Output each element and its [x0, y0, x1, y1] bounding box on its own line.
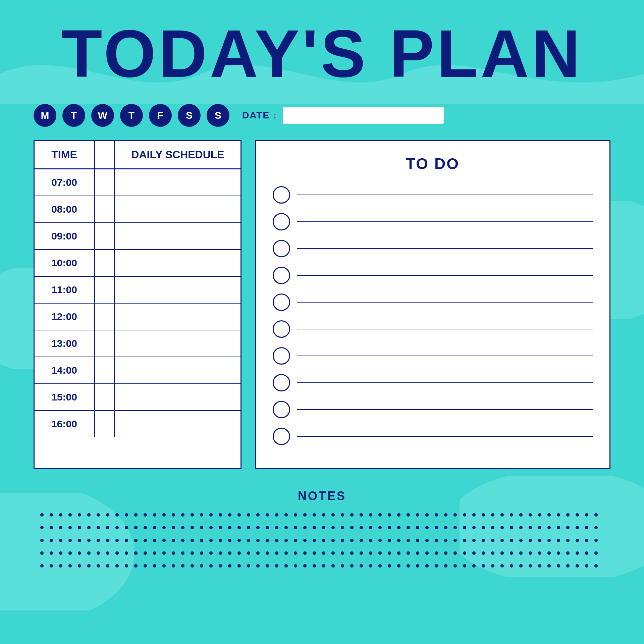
notes-dot	[78, 513, 81, 517]
schedule-row: 11:00	[35, 277, 240, 304]
notes-dot	[378, 513, 382, 517]
notes-dot	[547, 551, 551, 555]
day-thursday[interactable]: T	[120, 104, 143, 127]
todo-checkbox[interactable]	[273, 186, 290, 204]
todo-checkbox[interactable]	[273, 240, 290, 257]
notes-dot	[153, 551, 156, 555]
notes-dot	[78, 526, 81, 529]
notes-dot	[59, 513, 62, 517]
notes-section: NOTES	[34, 489, 610, 568]
notes-dot	[482, 551, 485, 555]
todo-item[interactable]	[273, 186, 593, 204]
notes-dot	[594, 551, 598, 555]
notes-dot	[519, 539, 523, 542]
todo-item[interactable]	[273, 213, 593, 230]
schedule-row: 08:00	[35, 196, 240, 223]
todo-item[interactable]	[273, 293, 593, 311]
activity-cell[interactable]	[115, 304, 240, 330]
notes-dot	[97, 526, 100, 529]
todo-item[interactable]	[273, 347, 593, 365]
notes-line-2	[34, 526, 610, 529]
notes-dot	[491, 551, 494, 555]
notes-dot	[68, 564, 72, 568]
notes-dot	[181, 564, 184, 568]
notes-dot	[294, 564, 297, 568]
todo-item[interactable]	[273, 320, 593, 338]
notes-dot	[350, 551, 354, 555]
notes-dot	[407, 539, 410, 542]
notes-dot	[294, 526, 297, 529]
notes-dot	[275, 526, 278, 529]
notes-dot	[134, 551, 138, 555]
todo-item[interactable]	[273, 374, 593, 391]
notes-dot	[378, 539, 382, 542]
day-friday[interactable]: F	[149, 104, 172, 127]
todo-item[interactable]	[273, 401, 593, 418]
notes-dot	[500, 539, 504, 542]
notes-dot	[378, 564, 382, 568]
notes-dot	[594, 526, 598, 529]
activity-cell[interactable]	[115, 357, 240, 383]
todo-item[interactable]	[273, 240, 593, 257]
todo-checkbox[interactable]	[273, 293, 290, 311]
notes-dot	[87, 564, 91, 568]
activity-cell[interactable]	[115, 277, 240, 303]
todo-checkbox[interactable]	[273, 347, 290, 365]
notes-dot	[172, 526, 175, 529]
notes-dot	[388, 564, 391, 568]
notes-dot	[181, 551, 184, 555]
todo-checkbox[interactable]	[273, 374, 290, 391]
notes-dot	[50, 539, 53, 542]
day-tuesday[interactable]: T	[62, 104, 85, 127]
todo-item[interactable]	[273, 428, 593, 445]
notes-dot	[576, 539, 579, 542]
notes-dot	[369, 564, 372, 568]
notes-dot	[303, 564, 307, 568]
activity-cell[interactable]	[115, 196, 240, 222]
schedule-gap-cell	[95, 277, 115, 303]
notes-dot	[360, 513, 363, 517]
notes-dot	[59, 564, 62, 568]
notes-dot	[115, 513, 119, 517]
notes-dot	[219, 564, 222, 568]
todo-checkbox[interactable]	[273, 320, 290, 338]
notes-dot	[566, 513, 570, 517]
schedule-row: 13:00	[35, 330, 240, 357]
notes-dot	[472, 539, 476, 542]
todo-checkbox[interactable]	[273, 267, 290, 284]
day-wednesday[interactable]: W	[91, 104, 114, 127]
day-saturday[interactable]: S	[178, 104, 201, 127]
activity-cell[interactable]	[115, 250, 240, 276]
activity-cell[interactable]	[115, 330, 240, 357]
date-input[interactable]	[283, 107, 444, 124]
notes-dot	[407, 551, 410, 555]
notes-dot	[547, 513, 551, 517]
todo-checkbox[interactable]	[273, 401, 290, 418]
activity-cell[interactable]	[115, 411, 240, 437]
schedule-gap-cell	[95, 223, 115, 249]
todo-checkbox[interactable]	[273, 428, 290, 445]
notes-dot	[50, 526, 53, 529]
time-column-header: TIME	[35, 141, 95, 168]
notes-dot	[472, 551, 476, 555]
notes-dot	[125, 564, 128, 568]
activity-cell[interactable]	[115, 169, 240, 196]
notes-dot	[331, 564, 335, 568]
notes-dot	[97, 539, 100, 542]
notes-dot	[519, 564, 523, 568]
todo-item[interactable]	[273, 267, 593, 284]
notes-dot	[378, 551, 382, 555]
time-cell: 08:00	[35, 196, 95, 222]
notes-dot	[219, 513, 222, 517]
day-monday[interactable]: M	[34, 104, 56, 127]
time-cell: 12:00	[35, 304, 95, 330]
day-sunday[interactable]: S	[207, 104, 229, 127]
notes-dot	[294, 513, 297, 517]
activity-cell[interactable]	[115, 223, 240, 249]
notes-dot	[115, 526, 119, 529]
todo-checkbox[interactable]	[273, 213, 290, 230]
notes-dot	[219, 539, 222, 542]
notes-dot	[228, 564, 231, 568]
activity-cell[interactable]	[115, 384, 240, 410]
todo-line	[297, 356, 593, 356]
